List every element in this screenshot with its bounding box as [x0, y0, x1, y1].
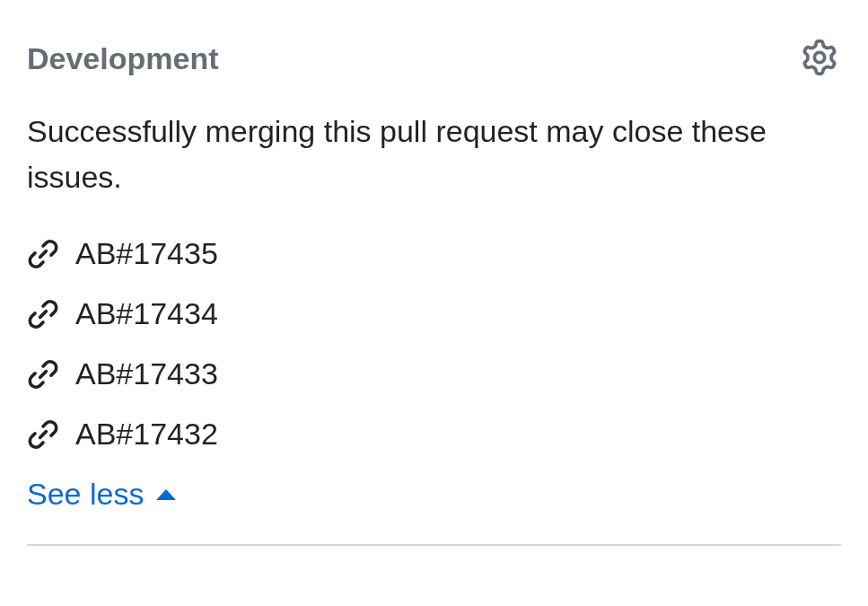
linked-issues-list: AB#17435 AB#17434 AB#17433 AB#17432: [27, 236, 841, 452]
linked-issue-item[interactable]: AB#17434: [27, 296, 841, 331]
link-icon: [27, 238, 59, 270]
link-icon: [27, 358, 59, 391]
link-icon: [27, 418, 59, 451]
linked-issue-label: AB#17432: [75, 417, 218, 452]
linked-issue-item[interactable]: AB#17435: [27, 236, 841, 271]
linked-issue-item[interactable]: AB#17433: [27, 356, 841, 391]
link-icon: [27, 298, 59, 330]
gear-icon: [802, 40, 837, 78]
linked-issue-item[interactable]: AB#17432: [27, 417, 841, 452]
development-header: Development: [27, 36, 841, 82]
toggle-label: See less: [27, 477, 144, 512]
linked-issue-label: AB#17434: [75, 296, 218, 331]
see-less-toggle[interactable]: See less: [27, 477, 841, 512]
section-divider: [27, 544, 841, 546]
settings-button[interactable]: [798, 36, 841, 82]
linked-issue-label: AB#17433: [75, 356, 218, 391]
section-title: Development: [27, 41, 219, 76]
description-text: Successfully merging this pull request m…: [27, 109, 841, 200]
linked-issue-label: AB#17435: [75, 236, 218, 271]
caret-up-icon: [156, 489, 176, 500]
